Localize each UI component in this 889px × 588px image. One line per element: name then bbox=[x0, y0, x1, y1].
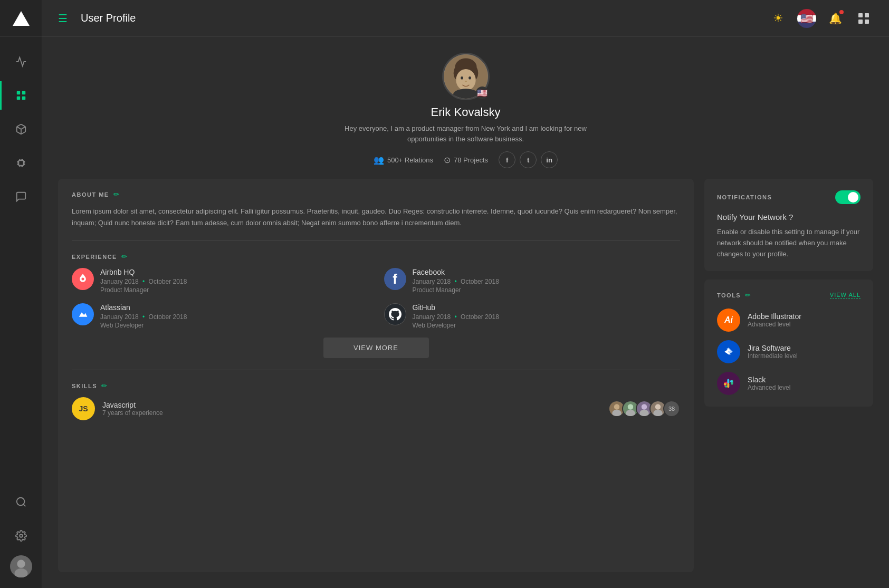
svg-rect-44 bbox=[730, 381, 733, 383]
github-role: Web Developer bbox=[413, 322, 499, 329]
toggle-thumb bbox=[848, 192, 858, 203]
experience-header: EXPERIENCE ✏ bbox=[72, 253, 680, 261]
svg-point-26 bbox=[614, 404, 620, 410]
svg-point-6 bbox=[16, 498, 24, 506]
svg-rect-46 bbox=[724, 383, 727, 385]
profile-bio: Hey everyone, I am a product manager fro… bbox=[339, 123, 592, 144]
about-header: ABOUT ME ✏ bbox=[72, 190, 680, 198]
profile-name: Erik Kovalsky bbox=[431, 105, 500, 119]
sidebar-item-chip[interactable] bbox=[0, 149, 42, 177]
tools-header: TOOLS ✏ VIEW ALL bbox=[717, 291, 861, 299]
social-links: f t in bbox=[499, 151, 558, 168]
illustrator-name: Adobe Illustrator bbox=[748, 312, 801, 321]
projects-icon: ⊙ bbox=[444, 155, 451, 165]
tool-item-slack: Slack Advanced level bbox=[717, 372, 861, 395]
tools-title: TOOLS bbox=[717, 292, 741, 298]
notification-bell-button[interactable]: 🔔 bbox=[826, 9, 845, 28]
about-edit-icon[interactable]: ✏ bbox=[113, 190, 119, 198]
language-flag[interactable]: 🇺🇸 bbox=[797, 9, 816, 28]
airbnb-role: Product Manager bbox=[100, 286, 187, 294]
notification-dot bbox=[839, 10, 844, 14]
illustrator-logo-text: Ai bbox=[724, 315, 733, 325]
github-name: GitHub bbox=[413, 303, 499, 312]
javascript-badge-text: JS bbox=[79, 404, 88, 413]
tools-title-row: TOOLS ✏ bbox=[717, 291, 751, 299]
skills-header: SKILLS ✏ bbox=[72, 382, 680, 390]
svg-rect-12 bbox=[858, 13, 863, 17]
github-dates: January 2018 • October 2018 bbox=[413, 313, 499, 321]
logo-icon bbox=[13, 11, 30, 26]
exp-item-atlassian: Atlassian January 2018 • October 2018 We… bbox=[72, 303, 368, 329]
svg-rect-3 bbox=[22, 97, 25, 100]
svg-point-27 bbox=[612, 410, 622, 417]
svg-line-7 bbox=[23, 504, 25, 506]
sidebar-nav bbox=[0, 37, 42, 488]
javascript-endorsers: 38 bbox=[611, 400, 680, 417]
svg-point-23 bbox=[465, 81, 467, 82]
sidebar-item-dashboard[interactable] bbox=[0, 81, 42, 110]
sidebar-item-chat[interactable] bbox=[0, 182, 42, 211]
svg-point-10 bbox=[17, 560, 25, 568]
svg-point-33 bbox=[639, 410, 649, 417]
javascript-info: Javascript 7 years of experience bbox=[102, 401, 163, 417]
facebook-role: Product Manager bbox=[413, 286, 499, 294]
airbnb-dates: January 2018 • October 2018 bbox=[100, 278, 187, 285]
svg-rect-1 bbox=[22, 91, 25, 94]
exp-item-facebook: f Facebook January 2018 • October 2018 P… bbox=[384, 268, 681, 294]
header-actions: ☀ 🇺🇸 🔔 bbox=[769, 9, 873, 28]
sidebar-logo[interactable] bbox=[0, 0, 42, 37]
tool-item-illustrator: Ai Adobe Illustrator Advanced level bbox=[717, 309, 861, 332]
facebook-details: Facebook January 2018 • October 2018 Pro… bbox=[413, 268, 499, 294]
svg-rect-13 bbox=[865, 13, 869, 17]
sidebar-item-settings[interactable] bbox=[0, 522, 42, 550]
svg-point-29 bbox=[628, 404, 634, 410]
linkedin-link[interactable]: in bbox=[541, 151, 558, 168]
sidebar-item-activity[interactable] bbox=[0, 47, 42, 76]
view-all-button[interactable]: VIEW ALL bbox=[830, 292, 861, 298]
view-more-button[interactable]: VIEW MORE bbox=[323, 338, 429, 358]
projects-count: 78 Projects bbox=[454, 156, 488, 164]
javascript-experience: 7 years of experience bbox=[102, 409, 163, 417]
notifications-header: NOTIFICATIONS bbox=[717, 190, 861, 204]
theme-toggle-button[interactable]: ☀ bbox=[769, 9, 788, 28]
tool-item-jira: Jira Software Intermediate level bbox=[717, 340, 861, 363]
svg-rect-2 bbox=[16, 97, 20, 100]
left-column: ABOUT ME ✏ Lorem ipsum dolor sit amet, c… bbox=[58, 179, 694, 572]
endorser-count: 38 bbox=[663, 400, 680, 417]
sidebar-item-search[interactable] bbox=[0, 488, 42, 516]
javascript-name: Javascript bbox=[102, 401, 163, 409]
experience-edit-icon[interactable]: ✏ bbox=[121, 253, 127, 261]
skills-edit-icon[interactable]: ✏ bbox=[101, 382, 107, 390]
svg-rect-14 bbox=[858, 20, 863, 24]
svg-point-32 bbox=[642, 404, 647, 410]
twitter-link[interactable]: t bbox=[520, 151, 537, 168]
tools-edit-icon[interactable]: ✏ bbox=[745, 291, 751, 299]
illustrator-logo: Ai bbox=[717, 309, 740, 332]
menu-icon[interactable]: ☰ bbox=[58, 12, 68, 25]
about-section: ABOUT ME ✏ Lorem ipsum dolor sit amet, c… bbox=[58, 179, 694, 240]
notifications-toggle[interactable] bbox=[835, 190, 861, 204]
slack-name: Slack bbox=[748, 375, 790, 384]
svg-point-30 bbox=[626, 410, 635, 417]
notifications-card: NOTIFICATIONS Notify Your Network ? Enab… bbox=[704, 179, 873, 271]
atlassian-logo bbox=[72, 303, 94, 325]
about-title: ABOUT ME bbox=[72, 191, 109, 198]
svg-point-24 bbox=[453, 89, 479, 100]
atlassian-details: Atlassian January 2018 • October 2018 We… bbox=[100, 303, 187, 329]
sidebar-item-cube[interactable] bbox=[0, 115, 42, 143]
slack-level: Advanced level bbox=[748, 384, 790, 391]
airbnb-name: Airbnb HQ bbox=[100, 268, 187, 276]
main-content: ☰ User Profile ☀ 🇺🇸 🔔 bbox=[42, 0, 889, 588]
svg-rect-43 bbox=[727, 379, 729, 384]
illustrator-level: Advanced level bbox=[748, 321, 801, 328]
svg-rect-42 bbox=[725, 385, 728, 388]
svg-point-36 bbox=[653, 410, 663, 417]
apps-grid-button[interactable] bbox=[854, 9, 873, 28]
relations-count: 500+ Relations bbox=[387, 156, 433, 164]
facebook-link[interactable]: f bbox=[499, 151, 515, 168]
illustrator-info: Adobe Illustrator Advanced level bbox=[748, 312, 801, 328]
jira-logo bbox=[717, 340, 740, 363]
slack-info: Slack Advanced level bbox=[748, 375, 790, 391]
profile-header: 🇺🇸 Erik Kovalsky Hey everyone, I am a pr… bbox=[42, 37, 889, 179]
sidebar-user-avatar[interactable] bbox=[10, 555, 32, 577]
